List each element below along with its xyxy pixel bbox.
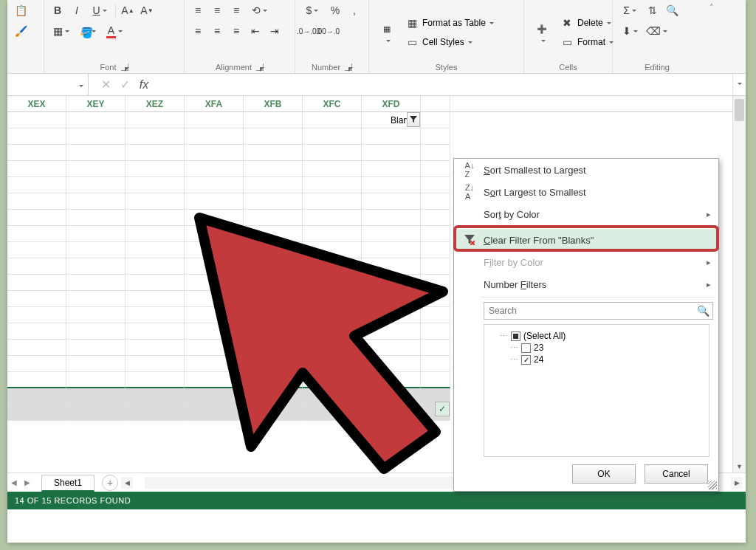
align-bottom-button[interactable]: ≡ bbox=[227, 1, 245, 19]
ribbon: 📋 🖌️ B I U A▲ A▼ ▦ 🪣 A bbox=[7, 0, 746, 74]
increase-font-button[interactable]: A▲ bbox=[119, 1, 137, 19]
ribbon-group-cells: ➕ ✖Delete ▭Format Cells bbox=[524, 0, 613, 73]
cell-styles-icon: ▭ bbox=[403, 33, 421, 51]
status-bar: 14 OF 15 RECORDS FOUND bbox=[7, 492, 746, 509]
formula-bar: ✕ ✓ fx bbox=[7, 74, 746, 96]
decrease-font-button[interactable]: A▼ bbox=[138, 1, 156, 19]
column-header[interactable]: XEZ bbox=[126, 96, 185, 111]
font-color-button[interactable]: A bbox=[102, 22, 127, 40]
paste-icon[interactable]: 📋 bbox=[12, 1, 30, 19]
delete-icon: ✖ bbox=[558, 14, 576, 32]
cancel-button[interactable]: Cancel bbox=[645, 464, 708, 484]
delete-cells-button[interactable]: ✖Delete bbox=[558, 14, 614, 32]
checkbox-checked[interactable] bbox=[521, 355, 531, 365]
column-header[interactable]: XFD bbox=[362, 96, 421, 111]
column-header[interactable]: XFB bbox=[244, 96, 303, 111]
number-dialog-launcher[interactable] bbox=[345, 63, 352, 71]
increase-indent-button[interactable]: ⇥ bbox=[266, 22, 284, 40]
align-middle-button[interactable]: ≡ bbox=[208, 1, 226, 19]
align-right-button[interactable]: ≡ bbox=[227, 22, 245, 40]
format-painter-icon[interactable]: 🖌️ bbox=[12, 22, 30, 40]
column-header-stub bbox=[421, 96, 450, 111]
scroll-down-arrow[interactable]: ▼ bbox=[733, 461, 746, 472]
sheet-tab[interactable]: Sheet1 bbox=[41, 475, 94, 492]
format-icon: ▭ bbox=[558, 33, 576, 51]
column-header[interactable]: XEX bbox=[7, 96, 66, 111]
sort-by-color-item[interactable]: Sort by Color bbox=[454, 203, 718, 225]
decrease-indent-button[interactable]: ⇤ bbox=[247, 22, 264, 40]
sort-filter-button[interactable]: ⇅ bbox=[644, 1, 662, 19]
group-label-number: Number bbox=[312, 63, 340, 72]
filter-value-item[interactable]: ⋯ 24 bbox=[509, 354, 703, 365]
ribbon-group-clipboard: 📋 🖌️ bbox=[7, 0, 44, 73]
enter-formula-button[interactable]: ✓ bbox=[115, 75, 134, 94]
group-label-cells: Cells bbox=[559, 63, 577, 72]
orientation-button[interactable]: ⟲ bbox=[247, 1, 272, 19]
status-text: 14 OF 15 RECORDS FOUND bbox=[15, 496, 131, 505]
autosum-button[interactable]: Σ bbox=[617, 1, 642, 19]
cancel-formula-button[interactable]: ✕ bbox=[96, 75, 115, 94]
scroll-thumb[interactable] bbox=[735, 99, 744, 121]
cell-styles-button[interactable]: ▭Cell Styles bbox=[403, 33, 494, 51]
align-left-button[interactable]: ≡ bbox=[189, 22, 207, 40]
number-filters-item[interactable]: Number Filters bbox=[454, 273, 718, 295]
fx-button[interactable]: fx bbox=[134, 75, 154, 94]
filter-dropdown-button[interactable] bbox=[407, 112, 420, 127]
resize-grip[interactable] bbox=[708, 481, 717, 489]
filter-by-color-item: Filter by Color bbox=[454, 251, 718, 273]
italic-button[interactable]: I bbox=[68, 1, 86, 19]
underline-button[interactable]: U bbox=[87, 1, 112, 19]
expand-formula-bar-button[interactable] bbox=[732, 74, 746, 95]
conditional-formatting-button[interactable]: ▦ bbox=[374, 19, 400, 46]
sort-descending-item[interactable]: Z↓A Sort Largest to Smallest bbox=[454, 181, 718, 203]
checkbox-unchecked[interactable] bbox=[521, 343, 531, 353]
ribbon-group-alignment: ≡ ≡ ≡ ⟲ ≡ ≡ ≡ ⇤ ⇥ Alignment bbox=[185, 0, 295, 73]
percent-format-button[interactable]: % bbox=[326, 1, 344, 19]
fill-color-button[interactable]: 🪣 bbox=[75, 22, 100, 40]
column-header[interactable]: XEY bbox=[66, 96, 126, 111]
alignment-dialog-launcher[interactable] bbox=[256, 63, 264, 71]
filter-search-input[interactable] bbox=[484, 302, 713, 320]
ribbon-group-styles: ▦ ▦Format as Table ▭Cell Styles Styles bbox=[369, 0, 524, 73]
format-cells-button[interactable]: ▭Format bbox=[558, 33, 614, 51]
sort-desc-icon: Z↓A bbox=[461, 183, 478, 201]
insert-cells-button[interactable]: ➕ bbox=[529, 19, 555, 46]
ok-button[interactable]: OK bbox=[572, 464, 636, 484]
increase-decimal-button[interactable]: .0→.00 bbox=[300, 22, 317, 40]
name-box[interactable] bbox=[7, 74, 89, 95]
column-header[interactable]: XFA bbox=[185, 96, 244, 111]
ribbon-group-font: B I U A▲ A▼ ▦ 🪣 A Font bbox=[44, 0, 185, 73]
bold-button[interactable]: B bbox=[49, 1, 66, 19]
filter-values-list[interactable]: ⋯ (Select All) ⋯ 23 ⋯ 24 bbox=[484, 324, 709, 457]
ribbon-group-editing: Σ ⇅ 🔍 ⬇ ⌫ Editing bbox=[613, 0, 701, 73]
new-sheet-button[interactable]: + bbox=[102, 475, 118, 491]
align-center-button[interactable]: ≡ bbox=[208, 22, 226, 40]
toggle-all-checkbox[interactable]: ✓ bbox=[435, 402, 450, 416]
clear-filter-icon bbox=[461, 235, 478, 245]
clear-filter-item[interactable]: Clear Filter From "Blanks" bbox=[454, 229, 718, 251]
tab-nav-prev[interactable]: ◀ bbox=[7, 476, 21, 489]
filter-value-select-all[interactable]: ⋯ (Select All) bbox=[499, 331, 703, 341]
hscroll-left-arrow[interactable]: ◀ bbox=[121, 477, 133, 489]
hscroll-right-arrow[interactable]: ▶ bbox=[731, 477, 743, 489]
group-label-alignment: Alignment bbox=[216, 63, 252, 72]
find-select-button[interactable]: 🔍 bbox=[663, 1, 681, 19]
borders-button[interactable]: ▦ bbox=[49, 22, 74, 40]
collapse-ribbon-button[interactable]: ˄ bbox=[701, 0, 722, 73]
vertical-scrollbar[interactable]: ▲ ▼ bbox=[732, 96, 746, 472]
column-header[interactable]: XFC bbox=[303, 96, 362, 111]
fill-button[interactable]: ⬇ bbox=[617, 22, 642, 40]
comma-format-button[interactable]: , bbox=[346, 1, 363, 19]
tab-nav-next[interactable]: ▶ bbox=[21, 476, 34, 489]
checkbox-partial[interactable] bbox=[511, 331, 520, 341]
filter-value-item[interactable]: ⋯ 23 bbox=[509, 343, 703, 353]
formula-input[interactable] bbox=[154, 74, 732, 95]
font-dialog-launcher[interactable] bbox=[121, 63, 128, 71]
sort-ascending-item[interactable]: A↓Z Sort Smallest to Largest bbox=[454, 159, 718, 181]
accounting-format-button[interactable]: $ bbox=[300, 1, 325, 19]
decrease-decimal-button[interactable]: .00→.0 bbox=[319, 22, 337, 40]
align-top-button[interactable]: ≡ bbox=[189, 1, 207, 19]
format-as-table-button[interactable]: ▦Format as Table bbox=[403, 14, 494, 32]
clear-button[interactable]: ⌫ bbox=[644, 22, 669, 40]
autofilter-menu: A↓Z Sort Smallest to Largest Z↓A Sort La… bbox=[453, 158, 719, 492]
